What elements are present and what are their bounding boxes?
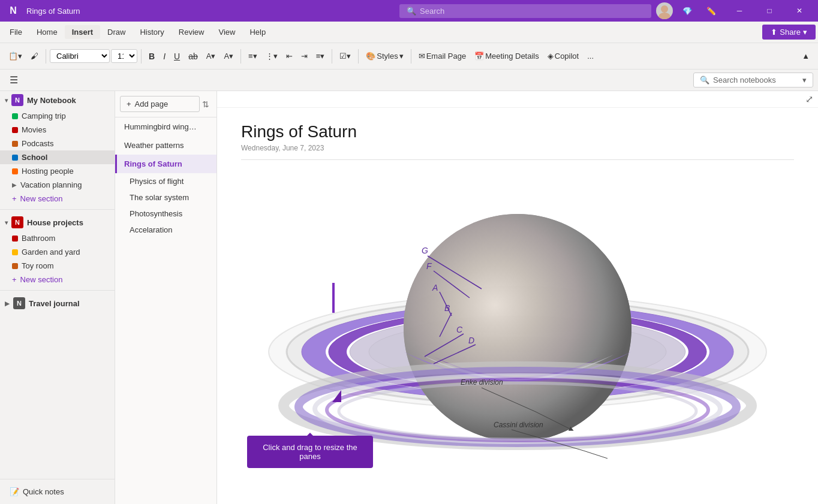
toyroom-dot (12, 263, 18, 269)
sidebar-item-podcasts[interactable]: Podcasts (0, 137, 115, 150)
format-painter-button[interactable]: 🖌 (27, 49, 42, 63)
more-button[interactable]: ... (584, 49, 597, 63)
title-bar: N Rings of Saturn 🔍 💎 ✏️ ─ □ ✕ (0, 0, 818, 22)
sidebar-item-label: Hosting people (22, 167, 74, 176)
my-notebook-label: My Notebook (27, 96, 76, 105)
styles-button[interactable]: 🎨 Styles ▾ (362, 49, 407, 63)
sidebar-item-garden[interactable]: Garden and yard (0, 245, 115, 259)
global-search[interactable]: 🔍 (399, 4, 651, 18)
svg-point-1 (658, 13, 670, 19)
indent-button[interactable]: ⇥ (297, 49, 311, 63)
sidebar-item-toyroom[interactable]: Toy room (0, 259, 115, 273)
sort-button[interactable]: ⇅ (200, 97, 212, 111)
italic-button[interactable]: I (160, 49, 169, 64)
diamond-button[interactable]: 💎 (678, 4, 697, 18)
page-list-header: + Add page ⇅ (115, 91, 216, 117)
share-button[interactable]: ⬆ Share ▾ (762, 25, 816, 40)
pen-button[interactable]: ✏️ (702, 4, 721, 18)
sidebar-item-camping[interactable]: Camping trip (0, 109, 115, 123)
bold-button[interactable]: B (145, 49, 158, 64)
sidebar-item-label: Movies (22, 125, 46, 134)
copilot-button[interactable]: ◈ Copilot (544, 49, 582, 63)
checkbox-button[interactable]: ☑▾ (336, 49, 354, 63)
travel-journal-header[interactable]: ▶ N Travel journal (0, 294, 115, 312)
menu-home[interactable]: Home (29, 25, 65, 39)
numbering-button[interactable]: ⋮▾ (262, 49, 281, 63)
vacation-chevron: ▶ (12, 182, 17, 188)
search-icon: 🔍 (407, 7, 416, 16)
avatar[interactable] (656, 2, 673, 19)
resize-handle[interactable] (332, 283, 335, 313)
toolbar-sep-5 (358, 49, 359, 64)
align-button[interactable]: ≡▾ (312, 49, 329, 63)
window-title: Rings of Saturn (26, 7, 395, 16)
expand-content-button[interactable]: ⤢ (805, 93, 813, 105)
movies-dot (12, 127, 18, 133)
new-section-my-notebook[interactable]: + New section (0, 192, 115, 206)
menu-insert[interactable]: Insert (65, 25, 100, 39)
share-icon: ⬆ (771, 28, 777, 37)
sidebar-item-vacation[interactable]: ▶ Vacation planning (0, 178, 115, 192)
menu-view[interactable]: View (211, 25, 242, 39)
clipboard-button[interactable]: 📋▾ (5, 49, 26, 63)
page-item-accelaration[interactable]: Accelaration (115, 222, 216, 238)
menu-history[interactable]: History (133, 25, 171, 39)
svg-point-0 (661, 5, 668, 13)
menu-help[interactable]: Help (242, 25, 273, 39)
page-title[interactable]: Rings of Saturn (241, 122, 794, 141)
saturn-image: G F A B C (241, 172, 794, 472)
tooltip-arrow (332, 390, 341, 402)
sidebar-item-movies[interactable]: Movies (0, 123, 115, 137)
sidebar-divider-1 (0, 209, 115, 210)
page-item-weather[interactable]: Weather patterns (115, 136, 216, 155)
add-page-button[interactable]: + Add page (120, 96, 200, 112)
email-page-button[interactable]: ✉ Email Page (415, 49, 470, 63)
bullets-button[interactable]: ≡▾ (245, 49, 261, 63)
svg-text:Cassini division: Cassini division (494, 421, 543, 429)
menu-draw[interactable]: Draw (100, 25, 133, 39)
onenote-logo: N (5, 2, 22, 19)
page-item-photosynthesis[interactable]: Photosynthesis (115, 206, 216, 222)
sidebar-item-label: Podcasts (22, 139, 53, 148)
meeting-details-button[interactable]: 📅 Meeting Details (471, 49, 543, 63)
page-date: Wednesday, June 7, 2023 (241, 144, 794, 160)
plus-icon-2: + (12, 275, 17, 284)
page-item-saturn[interactable]: Rings of Saturn (115, 155, 216, 173)
my-notebook-icon: N (11, 94, 23, 106)
sidebar-item-bathroom[interactable]: Bathroom (0, 231, 115, 245)
new-section-house[interactable]: + New section (0, 273, 115, 286)
font-select[interactable]: Calibri (50, 49, 110, 63)
sidebar-item-school[interactable]: School (0, 150, 115, 164)
outdent-button[interactable]: ⇤ (282, 49, 296, 63)
maximize-button[interactable]: □ (756, 0, 783, 22)
quick-notes-button[interactable]: 📝 Quick notes (5, 484, 110, 499)
search-notebooks-button[interactable]: 🔍 Search notebooks ▾ (693, 73, 813, 87)
strikethrough-button[interactable]: ab (185, 49, 202, 64)
page-item-solar[interactable]: The solar system (115, 189, 216, 206)
podcasts-dot (12, 141, 18, 147)
main-layout: ▾ N My Notebook Camping trip Movies Podc… (0, 91, 818, 504)
house-projects-header[interactable]: ▾ N House projects (0, 213, 115, 231)
menu-file[interactable]: File (2, 25, 29, 39)
page-list: + Add page ⇅ Hummingbird wing… Weather p… (115, 91, 217, 504)
sidebar-item-hosting[interactable]: Hosting people (0, 164, 115, 178)
highlight-button[interactable]: A▾ (203, 49, 219, 63)
page-item-physics[interactable]: Physics of flight (115, 173, 216, 189)
garden-dot (12, 249, 18, 255)
menu-review[interactable]: Review (172, 25, 212, 39)
toolbar-expand-button[interactable]: ▲ (798, 49, 813, 63)
hosting-dot (12, 168, 18, 174)
add-page-icon: + (127, 99, 131, 108)
font-size-select[interactable]: 11 (111, 49, 137, 63)
page-item-hummingbird[interactable]: Hummingbird wing… (115, 117, 216, 136)
svg-text:C: C (456, 325, 463, 334)
minimize-button[interactable]: ─ (726, 0, 753, 22)
font-color-button[interactable]: A▾ (220, 49, 237, 63)
my-notebook-header[interactable]: ▾ N My Notebook (0, 91, 115, 109)
hamburger-button[interactable]: ☰ (5, 72, 23, 88)
underline-button[interactable]: U (170, 49, 184, 64)
share-chevron-icon: ▾ (803, 28, 807, 37)
close-button[interactable]: ✕ (786, 0, 813, 22)
sidebar: ▾ N My Notebook Camping trip Movies Podc… (0, 91, 115, 504)
search-input[interactable] (420, 7, 644, 16)
